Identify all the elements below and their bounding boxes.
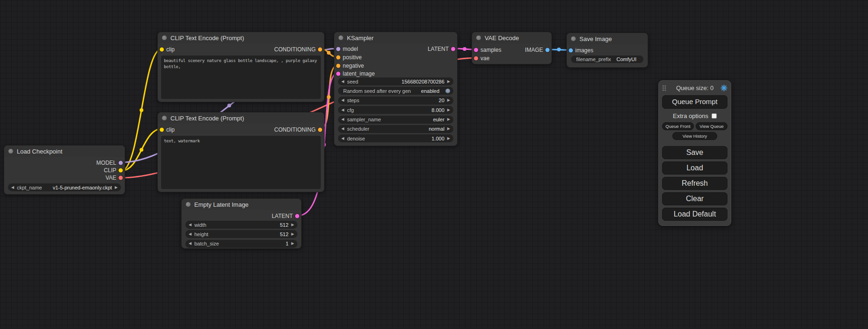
node-title-bar[interactable]: CLIP Text Encode (Prompt) bbox=[158, 32, 324, 43]
widget-label: steps bbox=[347, 98, 359, 103]
node-ksampler[interactable]: KSampler model LATENT positive negative … bbox=[334, 32, 458, 146]
save-button[interactable]: Save bbox=[662, 146, 727, 159]
image-output-port[interactable] bbox=[545, 48, 550, 52]
drag-handle-icon[interactable] bbox=[662, 84, 666, 91]
clear-button[interactable]: Clear bbox=[662, 192, 727, 205]
filename-prefix-widget[interactable]: filename_prefix ComfyUI bbox=[571, 56, 643, 63]
increment-arrow-icon[interactable]: ▶ bbox=[291, 242, 294, 245]
collapse-dot[interactable] bbox=[476, 35, 481, 40]
decrement-arrow-icon[interactable]: ◀ bbox=[341, 80, 344, 84]
queue-buttons-row: Queue Front View Queue bbox=[662, 122, 727, 130]
collapse-dot[interactable] bbox=[162, 35, 167, 40]
increment-arrow-icon[interactable]: ▶ bbox=[447, 137, 450, 140]
settings-gear-icon[interactable] bbox=[720, 84, 727, 91]
positive-input-port[interactable] bbox=[336, 56, 340, 60]
negative-input-port[interactable] bbox=[336, 64, 340, 68]
extra-options-checkbox[interactable] bbox=[712, 113, 717, 119]
model-output-port[interactable] bbox=[119, 161, 123, 165]
latent-output-port[interactable] bbox=[295, 214, 299, 218]
decrement-arrow-icon[interactable]: ◀ bbox=[341, 137, 344, 140]
random-seed-toggle-widget[interactable]: Random seed after every gen enabled bbox=[338, 87, 453, 95]
slot-row: VAE bbox=[4, 174, 125, 182]
clip-input-port[interactable] bbox=[160, 128, 164, 132]
queue-front-button[interactable]: Queue Front bbox=[662, 122, 694, 130]
decrement-arrow-icon[interactable]: ◀ bbox=[189, 223, 191, 227]
vae-input-port[interactable] bbox=[474, 56, 478, 60]
widget-value: enabled bbox=[421, 88, 439, 94]
cfg-widget[interactable]: ◀ cfg 8.000 ▶ bbox=[338, 106, 453, 114]
collapse-dot[interactable] bbox=[8, 149, 13, 154]
collapse-dot[interactable] bbox=[571, 36, 576, 41]
output-label-vae: VAE bbox=[106, 175, 116, 181]
widget-label: ckpt_name bbox=[17, 185, 42, 190]
view-history-button[interactable]: View History bbox=[672, 132, 717, 140]
latent-image-input-port[interactable] bbox=[336, 72, 340, 76]
sampler-name-widget[interactable]: ◀ sampler_name euler ▶ bbox=[338, 116, 453, 124]
slot-row: LATENT bbox=[182, 212, 301, 220]
height-widget[interactable]: ◀ height 512 ▶ bbox=[185, 230, 297, 238]
increment-arrow-icon[interactable]: ▶ bbox=[291, 223, 294, 227]
node-title-bar[interactable]: KSampler bbox=[334, 32, 457, 43]
slot-row: clip CONDITIONING bbox=[158, 126, 324, 133]
decrement-arrow-icon[interactable]: ◀ bbox=[189, 232, 191, 236]
decrement-arrow-icon[interactable]: ◀ bbox=[341, 118, 344, 121]
input-label-latent-image: latent_image bbox=[343, 70, 375, 77]
scheduler-widget[interactable]: ◀ scheduler normal ▶ bbox=[338, 125, 453, 133]
model-input-port[interactable] bbox=[336, 47, 340, 51]
output-label-model: MODEL bbox=[96, 160, 116, 166]
node-title-bar[interactable]: Empty Latent Image bbox=[182, 199, 301, 210]
seed-widget[interactable]: ◀ seed 156680208700286 ▶ bbox=[338, 77, 453, 85]
clip-output-port[interactable] bbox=[119, 168, 123, 173]
conditioning-output-port[interactable] bbox=[318, 128, 322, 132]
latent-output-port[interactable] bbox=[451, 47, 455, 51]
widget-value: ComfyUI bbox=[616, 56, 636, 62]
steps-widget[interactable]: ◀ steps 20 ▶ bbox=[338, 97, 453, 105]
clip-input-port[interactable] bbox=[160, 48, 164, 52]
collapse-dot[interactable] bbox=[162, 116, 167, 120]
samples-input-port[interactable] bbox=[474, 48, 478, 52]
width-widget[interactable]: ◀ width 512 ▶ bbox=[185, 221, 297, 229]
increment-arrow-icon[interactable]: ▶ bbox=[291, 232, 294, 236]
node-clip-text-encode-negative[interactable]: CLIP Text Encode (Prompt) clip CONDITION… bbox=[157, 112, 325, 192]
node-save-image[interactable]: Save Image images filename_prefix ComfyU… bbox=[566, 33, 648, 68]
ckpt-name-widget[interactable]: ◀ ckpt_name v1-5-pruned-emaonly.ckpt ▶ bbox=[8, 183, 121, 191]
node-title-bar[interactable]: VAE Decode bbox=[472, 32, 551, 43]
denoise-widget[interactable]: ◀ denoise 1.000 ▶ bbox=[338, 134, 453, 142]
increment-arrow-icon[interactable]: ▶ bbox=[447, 80, 450, 84]
collapse-dot[interactable] bbox=[339, 35, 343, 40]
node-title-bar[interactable]: Load Checkpoint bbox=[4, 146, 125, 157]
input-label-model: model bbox=[343, 46, 358, 52]
images-input-port[interactable] bbox=[569, 49, 573, 53]
load-default-button[interactable]: Load Default bbox=[662, 208, 727, 221]
load-button[interactable]: Load bbox=[662, 161, 727, 175]
widget-value: 512 bbox=[280, 231, 288, 237]
decrement-arrow-icon[interactable]: ◀ bbox=[341, 127, 344, 131]
node-load-checkpoint[interactable]: Load Checkpoint MODEL CLIP VAE ◀ ckpt_na… bbox=[4, 145, 125, 195]
negative-prompt-textarea[interactable]: text, watermark bbox=[161, 136, 321, 189]
node-vae-decode[interactable]: VAE Decode samples IMAGE vae bbox=[472, 32, 552, 64]
vae-output-port[interactable] bbox=[119, 176, 123, 180]
slot-row: positive bbox=[334, 54, 457, 61]
decrement-arrow-icon[interactable]: ◀ bbox=[189, 242, 191, 245]
queue-prompt-button[interactable]: Queue Prompt bbox=[662, 95, 727, 109]
toggle-dot-icon[interactable] bbox=[445, 89, 450, 93]
increment-arrow-icon[interactable]: ▶ bbox=[447, 127, 450, 131]
decrement-arrow-icon[interactable]: ◀ bbox=[11, 186, 14, 189]
conditioning-output-port[interactable] bbox=[318, 48, 322, 52]
node-empty-latent-image[interactable]: Empty Latent Image LATENT ◀ width 512 ▶ … bbox=[181, 198, 302, 249]
node-title-bar[interactable]: CLIP Text Encode (Prompt) bbox=[158, 112, 324, 124]
refresh-button[interactable]: Refresh bbox=[662, 177, 727, 190]
increment-arrow-icon[interactable]: ▶ bbox=[447, 98, 450, 102]
increment-arrow-icon[interactable]: ▶ bbox=[447, 118, 450, 121]
collapse-dot[interactable] bbox=[186, 202, 191, 207]
increment-arrow-icon[interactable]: ▶ bbox=[447, 108, 450, 112]
node-clip-text-encode-positive[interactable]: CLIP Text Encode (Prompt) clip CONDITION… bbox=[157, 32, 325, 102]
decrement-arrow-icon[interactable]: ◀ bbox=[341, 98, 344, 102]
positive-prompt-textarea[interactable]: beautiful scenery nature glass bottle la… bbox=[161, 56, 321, 99]
view-queue-button[interactable]: View Queue bbox=[696, 122, 727, 130]
increment-arrow-icon[interactable]: ▶ bbox=[115, 186, 118, 189]
node-title-bar[interactable]: Save Image bbox=[567, 33, 648, 44]
decrement-arrow-icon[interactable]: ◀ bbox=[341, 108, 344, 112]
output-label-conditioning: CONDITIONING bbox=[274, 46, 316, 53]
batch-size-widget[interactable]: ◀ batch_size 1 ▶ bbox=[185, 240, 297, 248]
